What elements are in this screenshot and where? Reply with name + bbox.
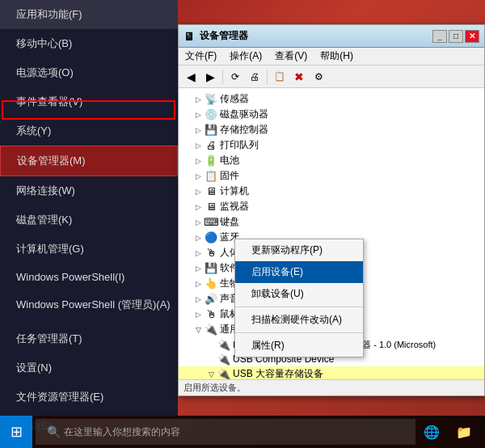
menu-item-powershell-admin[interactable]: Windows PowerShell (管理员)(A) <box>0 290 178 319</box>
toolbar-scan[interactable]: ⚙ <box>310 68 327 86</box>
menu-item-powershell[interactable]: Windows PowerShell(I) <box>0 264 178 290</box>
dcm-update-driver[interactable]: 更新驱动程序(P) <box>235 239 363 261</box>
menu-item-task-manager[interactable]: 任务管理器(T) <box>0 324 178 353</box>
toggle-usb-intel <box>205 338 217 351</box>
search-icon: 🔍 <box>47 425 61 438</box>
icon-storage: 💾 <box>205 124 217 137</box>
label-firmware: 固件 <box>220 169 239 183</box>
toggle-hid: ▷ <box>192 247 205 260</box>
tree-monitor[interactable]: ▷ 🖥 监视器 <box>179 199 484 214</box>
label-print: 打印队列 <box>220 138 259 152</box>
menu-help[interactable]: 帮助(H) <box>314 48 360 65</box>
search-placeholder-text: 在这里输入你想搜索的内容 <box>64 425 180 439</box>
icon-print: 🖨 <box>205 139 217 152</box>
titlebar-buttons: _ □ ✕ <box>432 30 479 43</box>
device-manager-titlebar: 🖥 设备管理器 _ □ ✕ <box>179 25 484 48</box>
device-manager-title: 设备管理器 <box>200 29 432 43</box>
toggle-usb-composite <box>205 353 217 366</box>
label-battery: 电池 <box>220 154 239 167</box>
toggle-mouse: ▷ <box>192 308 205 321</box>
icon-firmware: 📋 <box>205 170 217 183</box>
taskbar-search-area[interactable]: 🔍 在这里输入你想搜索的内容 <box>36 419 415 445</box>
toolbar-print[interactable]: 🖨 <box>246 68 264 86</box>
maximize-button[interactable]: □ <box>449 30 463 43</box>
taskbar-browser-icon[interactable]: 🌐 <box>419 419 445 445</box>
menu-item-event-viewer[interactable]: 事件查看器(V) <box>0 87 178 116</box>
label-monitor: 监视器 <box>220 200 249 213</box>
tree-battery[interactable]: ▷ 🔋 电池 <box>179 153 484 168</box>
toggle-battery: ▷ <box>192 154 205 167</box>
device-manager-menubar: 文件(F) 操作(A) 查看(V) 帮助(H) <box>179 48 484 66</box>
menu-view[interactable]: 查看(V) <box>268 48 314 65</box>
menu-action[interactable]: 操作(A) <box>223 48 268 65</box>
tree-usb-mass-storage[interactable]: ▽ 🔌 USB 大容量存储设备 <box>179 366 484 379</box>
minimize-button[interactable]: _ <box>432 30 447 43</box>
tree-keyboard[interactable]: ▷ ⌨ 键盘 <box>179 214 484 230</box>
statusbar-text: 启用所选设备。 <box>183 382 246 394</box>
label-keyboard: 键盘 <box>220 215 239 229</box>
icon-monitor: 🖥 <box>205 201 217 213</box>
dcm-properties[interactable]: 属性(R) <box>235 335 363 357</box>
toggle-print: ▷ <box>192 139 205 152</box>
toolbar-refresh[interactable]: ⟳ <box>226 68 244 86</box>
tree-disk-drives[interactable]: ▷ 💿 磁盘驱动器 <box>179 107 484 122</box>
dcm-enable-device[interactable]: 启用设备(E) <box>235 261 363 283</box>
label-disk: 磁盘驱动器 <box>220 108 268 121</box>
toolbar-properties[interactable]: 📋 <box>271 68 289 86</box>
windows-logo-icon: ⊞ <box>11 423 23 441</box>
toolbar-back[interactable]: ◀ <box>182 68 200 86</box>
menu-item-explorer[interactable]: 文件资源管理器(E) <box>0 382 178 412</box>
device-context-menu: 更新驱动程序(P) 启用设备(E) 卸载设备(U) 扫描检测硬件改动(A) 属性… <box>234 239 364 357</box>
start-button[interactable]: ⊞ <box>0 416 32 448</box>
icon-keyboard: ⌨ <box>205 216 217 229</box>
dcm-uninstall-device[interactable]: 卸载设备(U) <box>235 283 363 305</box>
tree-firmware[interactable]: ▷ 📋 固件 <box>179 168 484 184</box>
tree-computer[interactable]: ▷ 🖥 计算机 <box>179 184 484 199</box>
dcm-scan-hardware[interactable]: 扫描检测硬件改动(A) <box>235 309 363 331</box>
icon-software: 💾 <box>205 262 217 275</box>
icon-mouse: 🖱 <box>205 308 217 321</box>
label-usb-mass: USB 大容量存储设备 <box>233 367 323 379</box>
menu-item-network[interactable]: 网络连接(W) <box>0 176 178 205</box>
taskbar: ⊞ 🔍 在这里输入你想搜索的内容 🌐 📁 <box>0 416 485 448</box>
menu-item-mobility[interactable]: 移动中心(B) <box>0 29 178 58</box>
tree-print-queue[interactable]: ▷ 🖨 打印队列 <box>179 137 484 153</box>
toggle-audio: ▷ <box>192 293 205 306</box>
label-storage: 存储控制器 <box>220 123 268 137</box>
icon-usb-mass: 🔌 <box>217 368 230 380</box>
tree-storage[interactable]: ▷ 💾 存储控制器 <box>179 122 484 137</box>
toggle-firmware: ▷ <box>192 170 205 183</box>
icon-biometric: 👆 <box>205 277 217 290</box>
context-menu-left: 应用和功能(F) 移动中心(B) 电源选项(O) 事件查看器(V) 系统(Y) … <box>0 0 178 416</box>
icon-battery: 🔋 <box>205 154 217 167</box>
taskbar-icons: 🌐 📁 <box>419 419 485 445</box>
icon-computer: 🖥 <box>205 185 217 198</box>
toggle-biometric: ▷ <box>192 277 205 290</box>
menu-item-settings[interactable]: 设置(N) <box>0 353 178 382</box>
icon-bluetooth: 🔵 <box>205 231 217 244</box>
toolbar-uninstall[interactable]: ✖ <box>290 68 308 86</box>
label-sensors: 传感器 <box>220 92 249 106</box>
toolbar-sep-2 <box>267 70 268 84</box>
taskbar-folder-icon[interactable]: 📁 <box>451 419 477 445</box>
toggle-computer: ▷ <box>192 185 205 198</box>
toggle-usb: ▽ <box>192 323 205 336</box>
menu-file[interactable]: 文件(F) <box>179 48 223 65</box>
toggle-software: ▷ <box>192 262 205 275</box>
toggle-disk: ▷ <box>192 108 205 121</box>
menu-item-computer-mgmt[interactable]: 计算机管理(G) <box>0 235 178 264</box>
device-manager-statusbar: 启用所选设备。 <box>179 379 484 395</box>
menu-item-system[interactable]: 系统(Y) <box>0 116 178 146</box>
menu-item-device-manager[interactable]: 设备管理器(M) <box>0 146 178 176</box>
menu-item-disk[interactable]: 磁盘管理(K) <box>0 205 178 235</box>
menu-item-apps[interactable]: 应用和功能(F) <box>0 0 178 29</box>
toolbar-sep-1 <box>222 70 223 84</box>
menu-item-power[interactable]: 电源选项(O) <box>0 58 178 87</box>
toggle-sensors: ▷ <box>192 93 205 106</box>
toolbar-forward[interactable]: ▶ <box>201 68 219 86</box>
icon-usb-ctrl: 🔌 <box>205 323 217 336</box>
toggle-bluetooth: ▷ <box>192 231 205 244</box>
close-button[interactable]: ✕ <box>465 30 479 43</box>
tree-sensors[interactable]: ▷ 📡 传感器 <box>179 91 484 107</box>
label-computer: 计算机 <box>220 184 249 198</box>
